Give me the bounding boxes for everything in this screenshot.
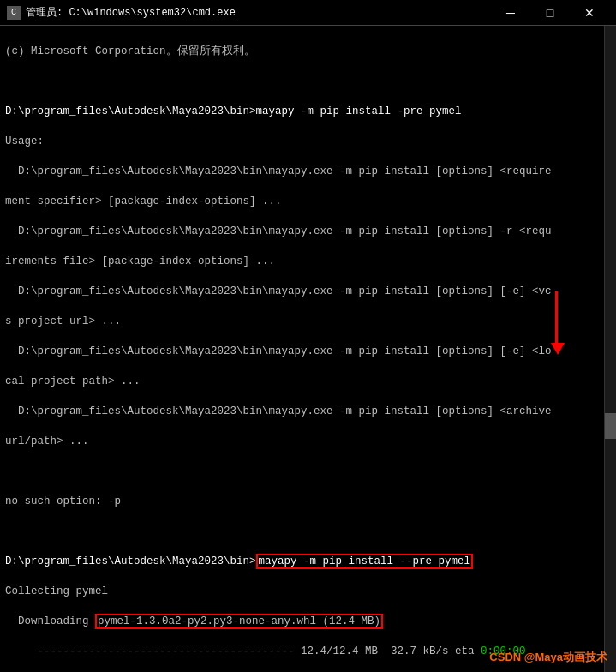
output-line: D:\program_files\Autodesk\Maya2023\bin\m… — [5, 165, 611, 180]
highlighted-command-line: D:\program_files\Autodesk\Maya2023\bin>m… — [5, 555, 611, 570]
output-line: url/path> ... — [5, 435, 611, 450]
minimize-button[interactable]: ─ — [491, 0, 530, 26]
output-line — [5, 75, 611, 90]
output-line: ment specifier> [package-index-options] … — [5, 195, 611, 210]
output-line: D:\program_files\Autodesk\Maya2023\bin\m… — [5, 225, 611, 240]
scrollbar-thumb[interactable] — [605, 413, 616, 439]
title-bar: C 管理员: C:\windows\system32\cmd.exe ─ □ ✕ — [0, 0, 616, 26]
window-controls: ─ □ ✕ — [491, 0, 609, 26]
output-line — [5, 525, 611, 540]
highlight-box-command: mayapy -m pip install --pre pymel — [256, 554, 474, 569]
output-line: cal project path> ... — [5, 375, 611, 390]
output-line: Usage: — [5, 135, 611, 150]
maximize-button[interactable]: □ — [530, 0, 570, 26]
title-text: 管理员: C:\windows\system32\cmd.exe — [26, 5, 491, 20]
output-line: ----------------------------------------… — [5, 645, 611, 660]
output-line: (c) Microsoft Corporation。保留所有权利。 — [5, 45, 611, 60]
output-line: D:\program_files\Autodesk\Maya2023\bin\m… — [5, 405, 611, 420]
output-line: Collecting pymel — [5, 585, 611, 600]
output-line: D:\program_files\Autodesk\Maya2023\bin\m… — [5, 345, 611, 360]
close-button[interactable]: ✕ — [570, 0, 609, 26]
output-line: D:\program_files\Autodesk\Maya2023\bin\m… — [5, 285, 611, 300]
output-line: D:\program_files\Autodesk\Maya2023\bin>m… — [5, 105, 611, 120]
output-line: irements file> [package-index-options] .… — [5, 255, 611, 270]
output-line — [5, 465, 611, 480]
scrollbar[interactable] — [604, 26, 616, 672]
output-line: Downloading pymel-1.3.0a2-py2.py3-none-a… — [5, 615, 611, 630]
eta-value: 0:00:00 — [481, 645, 526, 657]
output-line: no such option: -p — [5, 495, 611, 510]
cmd-output: (c) Microsoft Corporation。保留所有权利。 D:\pro… — [0, 26, 616, 672]
cmd-icon: C — [7, 6, 21, 20]
output-line: s project url> ... — [5, 315, 611, 330]
cmd-window: (c) Microsoft Corporation。保留所有权利。 D:\pro… — [0, 26, 616, 672]
highlight-box-file: pymel-1.3.0a2-py2.py3-none-any.whl (12.4… — [95, 614, 383, 629]
